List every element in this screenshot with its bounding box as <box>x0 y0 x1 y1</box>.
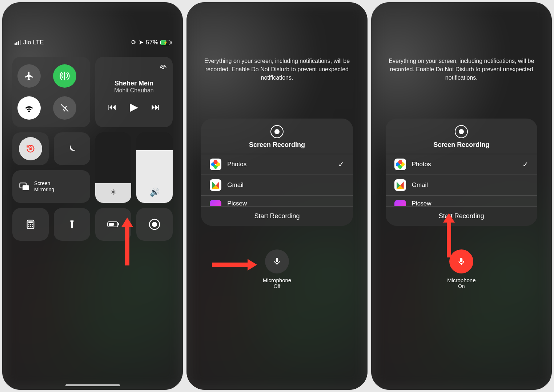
destination-app-label: Picsew <box>412 200 431 206</box>
destination-app-label: Gmail <box>227 181 243 189</box>
picsew-app-icon <box>210 200 221 206</box>
screenshot-2-screen-recording-mic-off: Everything on your screen, including not… <box>186 2 367 390</box>
screen-mirroring-tile[interactable]: Screen Mirroring <box>12 170 90 203</box>
destination-app-item-gmail[interactable]: Gmail <box>386 175 537 195</box>
svg-rect-13 <box>118 223 119 225</box>
battery-percent: 57% <box>146 39 158 46</box>
svg-rect-1 <box>29 148 32 150</box>
annotation-arrow-to-mic <box>212 263 248 267</box>
airplane-mode-button[interactable] <box>17 64 41 88</box>
destination-app-item-gmail[interactable]: Gmail <box>201 175 353 195</box>
gmail-app-icon <box>394 179 406 191</box>
svg-point-8 <box>32 224 33 225</box>
record-icon <box>270 125 284 138</box>
bluetooth-button[interactable] <box>53 96 76 120</box>
destination-app-label: Picsew <box>227 200 247 206</box>
annotation-arrow-to-start-recording <box>447 221 451 257</box>
antenna-icon <box>60 71 70 81</box>
destination-app-item-photos[interactable]: Photos ✓ <box>386 154 537 175</box>
battery-icon: ⚡ <box>160 40 170 45</box>
start-recording-button[interactable]: Start Recording <box>386 206 537 226</box>
calculator-icon <box>25 219 36 229</box>
svg-point-6 <box>28 224 29 225</box>
microphone-icon <box>457 257 466 266</box>
screen-recording-tile[interactable] <box>136 208 173 241</box>
svg-rect-5 <box>28 221 33 223</box>
cellular-signal-icon <box>15 40 21 45</box>
orientation-lock-status-icon: ⟳ <box>131 39 136 46</box>
destination-app-label: Photos <box>227 161 246 168</box>
microphone-icon <box>272 257 282 266</box>
play-button[interactable]: ▶ <box>130 100 138 113</box>
airplay-icon[interactable] <box>159 62 168 71</box>
control-center-grid: Sheher Mein Mohit Chauhan ⏮ ▶ ⏭ ☀ <box>12 57 173 241</box>
screen-mirroring-icon <box>19 181 30 192</box>
home-indicator[interactable] <box>65 384 120 386</box>
microphone-toggle-button[interactable] <box>449 249 473 273</box>
airplane-icon <box>24 71 34 81</box>
screen-mirroring-label: Screen Mirroring <box>34 180 54 193</box>
start-recording-button[interactable]: Start Recording <box>201 206 353 226</box>
svg-point-9 <box>28 226 29 227</box>
speaker-icon: 🔊 <box>150 188 160 197</box>
record-icon <box>455 125 468 138</box>
volume-slider[interactable]: 🔊 <box>136 132 173 203</box>
media-controls-tile[interactable]: Sheher Mein Mohit Chauhan ⏮ ▶ ⏭ <box>95 57 173 127</box>
microphone-label: Microphone <box>186 277 367 283</box>
brightness-slider[interactable]: ☀ <box>95 132 132 203</box>
microphone-state: On <box>371 283 552 289</box>
media-transport-controls: ⏮ ▶ ⏭ <box>108 100 160 113</box>
svg-point-16 <box>152 222 157 227</box>
photos-app-icon <box>394 159 406 170</box>
status-bar: Jio LTE ⟳ ➤ 57% ⚡ <box>2 39 183 46</box>
do-not-disturb-tile[interactable] <box>54 132 90 165</box>
flashlight-icon <box>67 220 77 229</box>
checkmark-icon: ✓ <box>522 160 529 169</box>
sun-icon: ☀ <box>110 188 117 197</box>
carrier-label: Jio LTE <box>23 39 44 46</box>
screenshot-3-screen-recording-mic-on: Everything on your screen, including not… <box>371 2 552 390</box>
orientation-lock-icon <box>25 144 36 154</box>
screen-recording-title: Screen Recording <box>201 141 353 149</box>
screen-recording-panel: Screen Recording Photos ✓ Gmail Picsew S… <box>386 119 537 226</box>
destination-app-label: Gmail <box>412 181 428 189</box>
svg-point-7 <box>30 224 31 225</box>
wifi-button[interactable] <box>17 96 41 120</box>
svg-point-11 <box>32 226 33 227</box>
svg-rect-14 <box>109 223 114 226</box>
media-track-artist: Mohit Chauhan <box>114 87 154 94</box>
record-icon <box>148 218 161 231</box>
media-track-title: Sheher Mein <box>115 80 153 87</box>
screen-recording-panel: Screen Recording Photos ✓ Gmail Picsew S… <box>201 119 353 226</box>
destination-app-list: Photos ✓ Gmail Picsew <box>201 154 353 206</box>
screen-recording-title: Screen Recording <box>386 141 537 149</box>
destination-app-item-partial[interactable]: Picsew <box>201 195 353 206</box>
recording-warning-text: Everything on your screen, including not… <box>201 57 353 82</box>
location-icon: ➤ <box>138 39 144 46</box>
photos-app-icon <box>210 159 221 170</box>
moon-icon <box>67 143 77 154</box>
orientation-lock-tile[interactable] <box>12 132 49 165</box>
screenshot-1-control-center: Jio LTE ⟳ ➤ 57% ⚡ <box>2 2 183 390</box>
bluetooth-off-icon <box>60 103 69 113</box>
destination-app-item-partial[interactable]: Picsew <box>386 195 537 206</box>
destination-app-list: Photos ✓ Gmail Picsew <box>386 154 537 206</box>
microphone-toggle-button[interactable] <box>265 249 289 273</box>
battery-low-power-icon <box>107 221 120 228</box>
microphone-label: Microphone <box>371 277 552 283</box>
next-track-button[interactable]: ⏭ <box>151 102 160 112</box>
microphone-state: Off <box>186 283 367 289</box>
checkmark-icon: ✓ <box>338 160 344 169</box>
picsew-app-icon <box>394 200 406 206</box>
recording-warning-text: Everything on your screen, including not… <box>386 57 537 82</box>
svg-point-10 <box>30 226 31 227</box>
flashlight-tile[interactable] <box>54 208 90 241</box>
cellular-data-button[interactable] <box>53 64 76 88</box>
svg-rect-3 <box>23 185 29 190</box>
calculator-tile[interactable] <box>12 208 49 241</box>
destination-app-item-photos[interactable]: Photos ✓ <box>201 154 353 175</box>
annotation-arrow-to-record-tile <box>125 225 129 265</box>
gmail-app-icon <box>210 179 221 191</box>
connectivity-group[interactable] <box>12 57 90 127</box>
previous-track-button[interactable]: ⏮ <box>108 102 117 112</box>
